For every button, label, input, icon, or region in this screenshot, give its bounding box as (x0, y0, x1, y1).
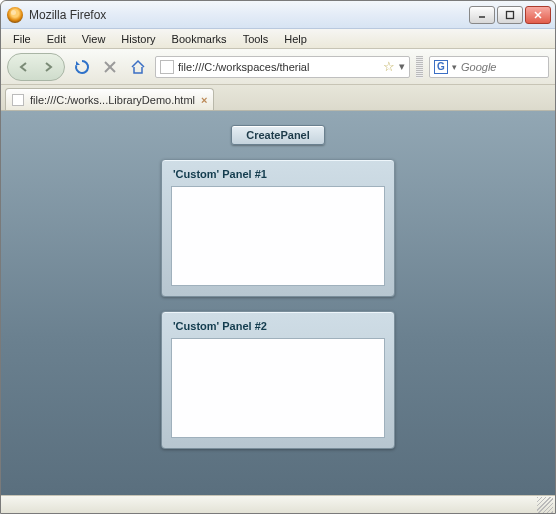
page-icon (12, 94, 24, 106)
menu-history[interactable]: History (113, 31, 163, 47)
menu-help[interactable]: Help (276, 31, 315, 47)
back-forward-group (7, 53, 65, 81)
menu-file[interactable]: File (5, 31, 39, 47)
menu-view[interactable]: View (74, 31, 114, 47)
titlebar[interactable]: Mozilla Firefox (1, 1, 555, 29)
tab-strip: file:///C:/works...LibraryDemo.html × (1, 85, 555, 111)
address-bar[interactable]: ☆ ▾ (155, 56, 410, 78)
panel-body (171, 338, 385, 438)
search-engine-dropdown-icon[interactable]: ▾ (452, 62, 457, 72)
toolbar-splitter[interactable] (416, 56, 423, 78)
navigation-toolbar: ☆ ▾ G ▾ (1, 49, 555, 85)
tab-active[interactable]: file:///C:/works...LibraryDemo.html × (5, 88, 214, 110)
custom-panel-1: 'Custom' Panel #1 (161, 159, 395, 297)
firefox-icon (7, 7, 23, 23)
menubar: File Edit View History Bookmarks Tools H… (1, 29, 555, 49)
reload-button[interactable] (71, 56, 93, 78)
custom-panel-2: 'Custom' Panel #2 (161, 311, 395, 449)
resize-grip[interactable] (537, 497, 553, 513)
firefox-window: Mozilla Firefox File Edit View History B… (0, 0, 556, 514)
search-bar[interactable]: G ▾ (429, 56, 549, 78)
search-input[interactable] (461, 61, 544, 73)
stop-button[interactable] (99, 56, 121, 78)
minimize-button[interactable] (469, 6, 495, 24)
forward-button[interactable] (36, 55, 60, 79)
address-dropdown-icon[interactable]: ▾ (399, 60, 405, 73)
menu-tools[interactable]: Tools (235, 31, 277, 47)
maximize-button[interactable] (497, 6, 523, 24)
close-button[interactable] (525, 6, 551, 24)
panel-title: 'Custom' Panel #1 (171, 166, 385, 186)
page-content: CreatePanel 'Custom' Panel #1 'Custom' P… (1, 111, 555, 495)
google-icon[interactable]: G (434, 60, 448, 74)
menu-bookmarks[interactable]: Bookmarks (164, 31, 235, 47)
tab-close-icon[interactable]: × (201, 94, 207, 106)
address-input[interactable] (178, 61, 379, 73)
window-title: Mozilla Firefox (29, 8, 469, 22)
create-panel-button[interactable]: CreatePanel (231, 125, 325, 145)
panel-body (171, 186, 385, 286)
page-icon (160, 60, 174, 74)
panel-title: 'Custom' Panel #2 (171, 318, 385, 338)
back-button[interactable] (12, 55, 36, 79)
svg-rect-1 (507, 11, 514, 18)
tab-label: file:///C:/works...LibraryDemo.html (30, 94, 195, 106)
bookmark-star-icon[interactable]: ☆ (383, 59, 395, 74)
window-buttons (469, 6, 551, 24)
home-button[interactable] (127, 56, 149, 78)
menu-edit[interactable]: Edit (39, 31, 74, 47)
status-bar (1, 495, 555, 513)
